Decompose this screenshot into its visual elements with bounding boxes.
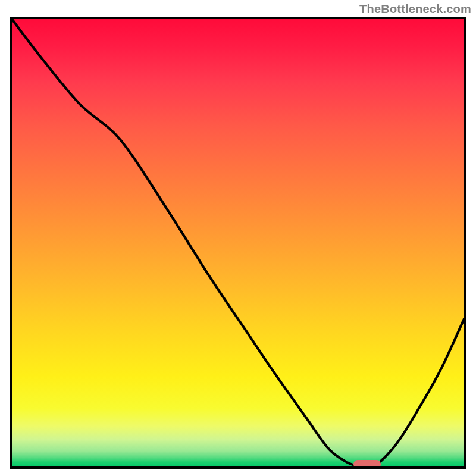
watermark-text: TheBottleneck.com — [359, 2, 471, 16]
chart-frame — [10, 17, 466, 469]
optimal-point-marker — [353, 460, 381, 468]
bottleneck-curve — [12, 19, 464, 466]
